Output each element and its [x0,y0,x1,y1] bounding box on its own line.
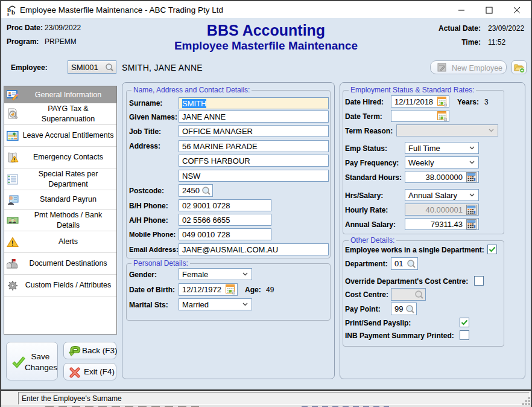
svg-text:s: s [7,11,9,16]
svg-text:b: b [11,8,15,16]
